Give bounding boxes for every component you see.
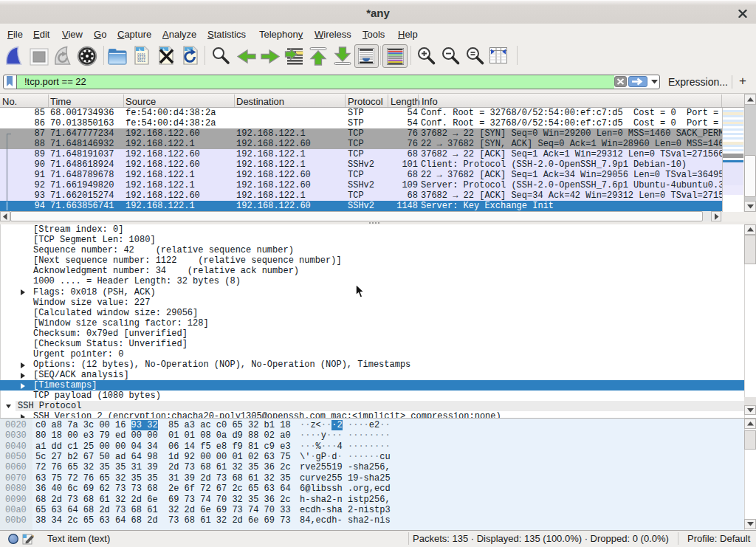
- svg-text:0011: 0011: [137, 59, 145, 63]
